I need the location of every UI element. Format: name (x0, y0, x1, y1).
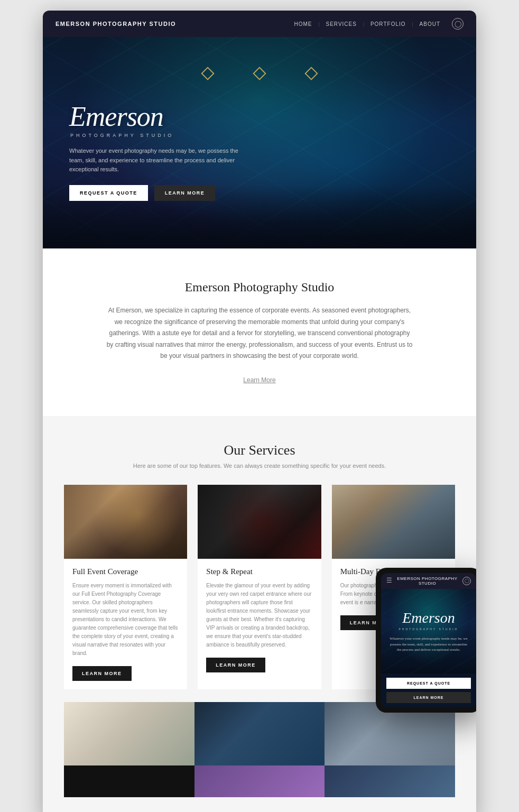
mobile-request-quote-button[interactable]: REQUEST A QUOTE (386, 678, 471, 689)
brand-name: EMERSON PHOTOGRAPHY STUDIO (55, 21, 176, 27)
nav-services[interactable]: SERVICES (323, 21, 360, 27)
hero-diamonds (203, 69, 316, 78)
request-quote-button[interactable]: REQUEST A QUOTE (69, 185, 148, 201)
service-name-1: Full Event Coverage (72, 567, 179, 576)
learn-more-button[interactable]: LEARN MORE (154, 185, 216, 201)
service-image-3 (332, 485, 455, 559)
service-card-2: Step & Repeat Elevate the glamour of you… (198, 485, 321, 689)
mobile-brand-name: EMERSON PHOTOGRAPHY STUDIO (392, 576, 462, 586)
service-card-1: Full Event Coverage Ensure every moment … (64, 485, 187, 689)
hero-buttons: REQUEST A QUOTE LEARN MORE (69, 185, 249, 201)
mobile-tagline: Whatever your event photography needs ma… (386, 636, 471, 653)
services-section: Our Services Here are some of our top fe… (43, 416, 476, 812)
service-body-2: Step & Repeat Elevate the glamour of you… (198, 559, 321, 681)
service-learn-more-2[interactable]: LEARN MORE (206, 658, 265, 672)
hero-tagline: Whatever your event photography needs ma… (69, 146, 249, 174)
mobile-menu-icon[interactable]: ☰ (386, 577, 392, 585)
nav-divider-1: | (319, 21, 320, 27)
service-image-2 (198, 485, 321, 559)
mobile-learn-more-button[interactable]: LEARN MORE (386, 692, 471, 703)
mobile-buttons: REQUEST A QUOTE LEARN MORE (381, 673, 476, 707)
mobile-logo-sub: PHOTOGRAPHY STUDIO (399, 628, 459, 631)
services-title: Our Services (64, 442, 455, 458)
diamond-2 (253, 67, 266, 80)
mobile-inner: ☰ EMERSON PHOTOGRAPHY STUDIO ◯ Emerson P… (381, 573, 476, 707)
nav-about[interactable]: ABOUT (416, 21, 443, 27)
nav-links: HOME | SERVICES | PORTFOLIO | ABOUT ◯ (291, 18, 464, 30)
service-image-1 (64, 485, 187, 559)
mobile-mockup: ☰ EMERSON PHOTOGRAPHY STUDIO ◯ Emerson P… (376, 568, 476, 713)
mobile-logo-script: Emerson (402, 610, 455, 626)
hero-logo-sub: PHOTOGRAPHY STUDIO (70, 133, 249, 138)
portfolio-item-2[interactable] (194, 702, 325, 765)
portfolio-item-5[interactable] (194, 765, 325, 797)
hero-section: Emerson PHOTOGRAPHY STUDIO Whatever your… (43, 37, 476, 248)
mobile-hero: Emerson PHOTOGRAPHY STUDIO Whatever your… (381, 589, 476, 673)
service-desc-2: Elevate the glamour of your event by add… (206, 582, 312, 649)
service-learn-more-1[interactable]: LEARN MORE (72, 666, 132, 681)
diamond-1 (201, 67, 214, 80)
mobile-user-icon[interactable]: ◯ (462, 577, 471, 585)
about-section: Emerson Photography Studio At Emerson, w… (43, 248, 476, 416)
user-icon[interactable]: ◯ (452, 18, 464, 30)
portfolio-item-6[interactable] (325, 765, 455, 797)
service-desc-1: Ensure every moment is immortalized with… (72, 582, 179, 658)
nav-portfolio[interactable]: PORTFOLIO (367, 21, 409, 27)
portfolio-item-4[interactable] (64, 765, 194, 797)
mobile-navbar: ☰ EMERSON PHOTOGRAPHY STUDIO ◯ (381, 573, 476, 589)
service-body-1: Full Event Coverage Ensure every moment … (64, 559, 187, 689)
nav-home[interactable]: HOME (291, 21, 316, 27)
hero-content: Emerson PHOTOGRAPHY STUDIO Whatever your… (69, 103, 249, 201)
portfolio-item-1[interactable] (64, 702, 194, 765)
portfolio-row-2 (64, 765, 455, 797)
navbar: EMERSON PHOTOGRAPHY STUDIO HOME | SERVIC… (43, 11, 476, 37)
diamond-3 (304, 67, 318, 80)
about-learn-more-link[interactable]: Learn More (243, 376, 275, 384)
nav-divider-2: | (363, 21, 364, 27)
about-title: Emerson Photography Studio (85, 280, 434, 294)
hero-logo-script: Emerson (69, 103, 249, 131)
service-name-2: Step & Repeat (206, 567, 312, 576)
services-subtitle: Here are some of our top features. We ca… (64, 463, 455, 469)
about-text: At Emerson, we specialize in capturing t… (106, 305, 413, 362)
nav-divider-3: | (412, 21, 413, 27)
